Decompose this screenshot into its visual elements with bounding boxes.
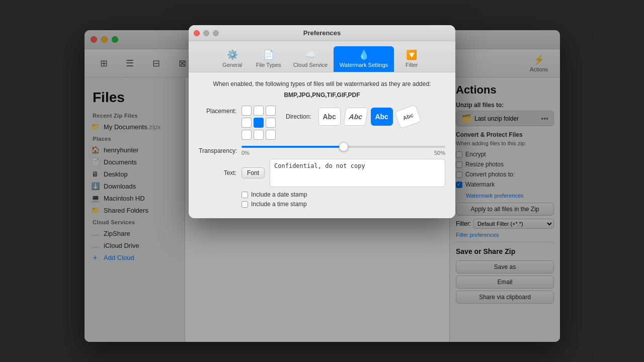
slider-thumb: [339, 142, 348, 151]
transparency-slider-container: 0% 50%: [242, 146, 445, 156]
placement-cell-6[interactable]: [266, 118, 276, 128]
tab-filter[interactable]: 🔽 Filter: [394, 46, 429, 72]
direction-btn-italic[interactable]: Abc: [343, 108, 368, 126]
direction-label: Direction:: [286, 113, 311, 120]
general-icon: ⚙️: [227, 49, 238, 60]
tab-general[interactable]: ⚙️ General: [215, 46, 250, 72]
text-row: Text: Font Confidential, do not copy: [199, 159, 445, 187]
modal-overlay: Preferences ⚙️ General 📄 File Types ☁️ C…: [0, 0, 644, 362]
prefs-close-button[interactable]: [194, 30, 200, 36]
prefs-title-bar: Preferences: [189, 25, 455, 41]
watermark-icon: 💧: [358, 49, 369, 60]
prefs-description: When enabled, the following types of fil…: [199, 80, 445, 87]
direction-btn-selected[interactable]: Abc: [371, 108, 393, 126]
placement-grid: [242, 106, 276, 140]
tab-watermark-label: Watermark Settings: [340, 62, 388, 68]
date-stamp-checkbox[interactable]: [242, 192, 248, 198]
direction-btn-normal[interactable]: Abc: [318, 108, 341, 126]
transparency-slider-track: [242, 146, 445, 148]
font-button[interactable]: Font: [242, 167, 265, 178]
prefs-window-controls: [194, 30, 219, 36]
placement-cell-7[interactable]: [242, 130, 252, 140]
placement-cell-5[interactable]: [254, 118, 264, 128]
prefs-dialog-title: Preferences: [303, 29, 341, 37]
prefs-maximize-button[interactable]: [213, 30, 219, 36]
direction-section: Direction: Abc Abc Abc Abc: [276, 106, 445, 126]
cloud-service-icon: ☁️: [305, 49, 316, 60]
tab-cloud-service-label: Cloud Service: [293, 62, 328, 68]
time-stamp-row: Include a time stamp: [199, 201, 445, 208]
tab-watermark-settings[interactable]: 💧 Watermark Settings: [334, 46, 394, 72]
tab-cloud-service[interactable]: ☁️ Cloud Service: [287, 46, 334, 72]
time-stamp-checkbox[interactable]: [242, 201, 248, 208]
placement-direction-row: Placement:: [199, 106, 445, 140]
placement-cell-8[interactable]: [254, 130, 264, 140]
placement-cell-1[interactable]: [242, 106, 252, 116]
prefs-minimize-button[interactable]: [203, 30, 209, 36]
date-stamp-label: Include a date stamp: [251, 191, 307, 198]
date-stamp-row: Include a date stamp: [199, 191, 445, 198]
placement-cell-2[interactable]: [254, 106, 264, 116]
placement-cell-9[interactable]: [266, 130, 276, 140]
placement-cell-3[interactable]: [266, 106, 276, 116]
prefs-file-types: BMP,JPG,PNG,TIF,GIF,PDF: [199, 92, 445, 99]
filter-icon: 🔽: [406, 49, 417, 60]
placement-cell-4[interactable]: [242, 118, 252, 128]
placement-section: Placement:: [199, 106, 276, 140]
placement-label: Placement:: [199, 106, 236, 115]
file-types-icon: 📄: [263, 49, 274, 60]
transparency-row: Transparency: 0% 50%: [199, 146, 445, 156]
tab-general-label: General: [222, 62, 242, 68]
prefs-content: When enabled, the following types of fil…: [189, 72, 455, 218]
watermark-text-area[interactable]: Confidential, do not copy: [270, 159, 445, 187]
tab-file-types[interactable]: 📄 File Types: [250, 46, 287, 72]
tab-file-types-label: File Types: [256, 62, 281, 68]
direction-btn-rotated[interactable]: Abc: [394, 105, 422, 129]
time-stamp-label: Include a time stamp: [251, 201, 307, 208]
text-label: Text:: [199, 169, 236, 176]
transparency-label: Transparency:: [199, 147, 236, 154]
preferences-dialog: Preferences ⚙️ General 📄 File Types ☁️ C…: [189, 25, 455, 218]
tab-filter-label: Filter: [406, 62, 418, 68]
prefs-tabs: ⚙️ General 📄 File Types ☁️ Cloud Service…: [189, 41, 455, 72]
